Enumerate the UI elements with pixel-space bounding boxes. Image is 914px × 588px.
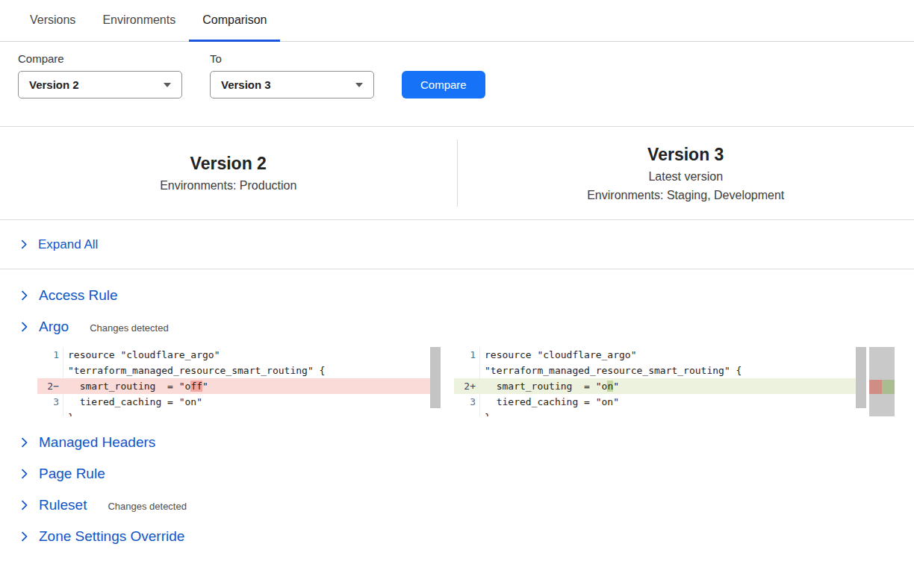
code-line: smart_routing = "on" xyxy=(479,378,866,394)
diff-line: } xyxy=(37,410,441,416)
code-text: smart_routing = "o xyxy=(485,381,607,392)
compare-to-select[interactable]: Version 3 xyxy=(210,71,374,98)
chevron-right-icon xyxy=(20,500,28,510)
code-text: " xyxy=(202,381,208,392)
right-version-subtitle: Latest version xyxy=(648,170,723,184)
code-line: "terraform_managed_resource_smart_routin… xyxy=(479,363,866,378)
code-text: " xyxy=(613,381,619,392)
diff-line: "terraform_managed_resource_smart_routin… xyxy=(37,363,441,378)
section-access-rule[interactable]: Access Rule xyxy=(0,280,914,311)
line-number: 1 xyxy=(37,347,63,363)
changes-detected-badge: Changes detected xyxy=(90,320,169,334)
diff-change-mark xyxy=(869,380,895,394)
line-number xyxy=(454,363,479,378)
code-text: } xyxy=(485,412,491,416)
code-line: "terraform_managed_resource_smart_routin… xyxy=(63,363,441,378)
chevron-right-icon xyxy=(20,469,28,479)
diff-line: 3 tiered_caching = "on" xyxy=(37,394,441,410)
section-label: Argo xyxy=(39,319,69,335)
version-right-header: Version 3 Latest version Environments: S… xyxy=(458,127,914,219)
code-line: } xyxy=(63,410,441,416)
tab-comparison[interactable]: Comparison xyxy=(189,0,280,42)
code-line: tiered_caching = "on" xyxy=(63,394,441,410)
section-label: Access Rule xyxy=(39,287,118,304)
line-number: 1 xyxy=(454,347,479,363)
diff-panel-left: 1 resource "cloudflare_argo" "terraform_… xyxy=(37,347,441,416)
tab-versions[interactable]: Versions xyxy=(16,0,89,42)
code-text: tiered_caching = "on" xyxy=(68,396,202,407)
chevron-right-icon xyxy=(20,240,28,249)
deleted-mark xyxy=(869,380,882,394)
deleted-word: ff xyxy=(190,381,202,392)
line-number xyxy=(454,410,479,416)
diff-line-added: 2+ smart_routing = "on" xyxy=(454,378,866,394)
compare-from-value: Version 2 xyxy=(29,78,79,91)
expand-all-label: Expand All xyxy=(38,237,98,252)
compare-from-field: Compare Version 2 xyxy=(18,52,182,98)
scrollbar-thumb[interactable] xyxy=(430,347,441,408)
chevron-down-icon xyxy=(355,83,363,87)
compare-from-select[interactable]: Version 2 xyxy=(18,71,182,98)
code-text: "terraform_managed_resource_smart_routin… xyxy=(68,365,325,376)
diff-line: "terraform_managed_resource_smart_routin… xyxy=(454,363,866,378)
to-label: To xyxy=(210,52,374,65)
left-version-environments: Environments: Production xyxy=(160,179,296,193)
section-argo[interactable]: Argo Changes detected xyxy=(0,311,914,343)
expand-all-button[interactable]: Expand All xyxy=(0,220,914,269)
compare-form: Compare Version 2 To Version 3 Compare xyxy=(0,42,914,98)
added-mark xyxy=(882,380,895,394)
left-version-title: Version 2 xyxy=(190,154,267,174)
code-text: resource "cloudflare_argo" xyxy=(485,349,637,360)
line-number xyxy=(37,363,63,378)
section-label: Managed Headers xyxy=(39,434,155,451)
compare-to-field: To Version 3 xyxy=(210,52,374,98)
resource-sections: Access Rule Argo Changes detected 1 reso… xyxy=(0,269,914,552)
tab-environments[interactable]: Environments xyxy=(89,0,189,42)
chevron-right-icon xyxy=(20,437,28,448)
line-number xyxy=(37,410,63,416)
code-line: tiered_caching = "on" xyxy=(479,394,866,410)
line-number: 2+ xyxy=(454,378,479,394)
section-label: Zone Settings Override xyxy=(39,528,184,545)
code-text: } xyxy=(68,412,74,416)
diff-line: 1 resource "cloudflare_argo" xyxy=(454,347,866,363)
changes-detected-badge: Changes detected xyxy=(108,498,187,512)
code-text: resource "cloudflare_argo" xyxy=(68,349,220,360)
code-text: smart_routing = "o xyxy=(68,381,190,392)
line-number: 3 xyxy=(37,394,63,410)
tab-bar: Versions Environments Comparison xyxy=(0,0,914,42)
section-zone-settings-override[interactable]: Zone Settings Override xyxy=(0,521,914,552)
code-line: } xyxy=(479,410,866,416)
diff-line: 1 resource "cloudflare_argo" xyxy=(37,347,441,363)
argo-diff-viewer: 1 resource "cloudflare_argo" "terraform_… xyxy=(37,347,914,416)
chevron-right-icon xyxy=(20,322,28,332)
diff-line: 3 tiered_caching = "on" xyxy=(454,394,866,410)
right-diff-scrollbar[interactable] xyxy=(856,347,866,416)
diff-line-deleted: 2− smart_routing = "off" xyxy=(37,378,441,394)
left-diff-scrollbar[interactable] xyxy=(430,347,441,416)
section-label: Page Rule xyxy=(39,466,105,482)
chevron-right-icon xyxy=(20,531,28,542)
diff-panel-right: 1 resource "cloudflare_argo" "terraform_… xyxy=(454,347,866,416)
chevron-right-icon xyxy=(20,290,28,301)
code-line: smart_routing = "off" xyxy=(63,378,441,394)
line-number: 2− xyxy=(37,378,63,394)
section-label: Ruleset xyxy=(39,497,87,513)
code-text: tiered_caching = "on" xyxy=(485,396,619,407)
right-version-title: Version 3 xyxy=(647,145,724,165)
code-line: resource "cloudflare_argo" xyxy=(63,347,441,363)
scrollbar-thumb[interactable] xyxy=(856,347,866,408)
compare-to-value: Version 3 xyxy=(221,78,271,91)
section-managed-headers[interactable]: Managed Headers xyxy=(0,427,914,458)
version-comparison-header: Version 2 Environments: Production Versi… xyxy=(0,126,914,220)
line-number: 3 xyxy=(454,394,479,410)
code-line: resource "cloudflare_argo" xyxy=(479,347,866,363)
chevron-down-icon xyxy=(164,83,171,87)
diff-overview-ruler[interactable] xyxy=(869,347,895,416)
compare-label: Compare xyxy=(18,52,182,65)
section-ruleset[interactable]: Ruleset Changes detected xyxy=(0,490,914,521)
section-page-rule[interactable]: Page Rule xyxy=(0,458,914,490)
diff-line: } xyxy=(454,410,866,416)
version-left-header: Version 2 Environments: Production xyxy=(0,127,457,219)
compare-button[interactable]: Compare xyxy=(402,71,485,98)
